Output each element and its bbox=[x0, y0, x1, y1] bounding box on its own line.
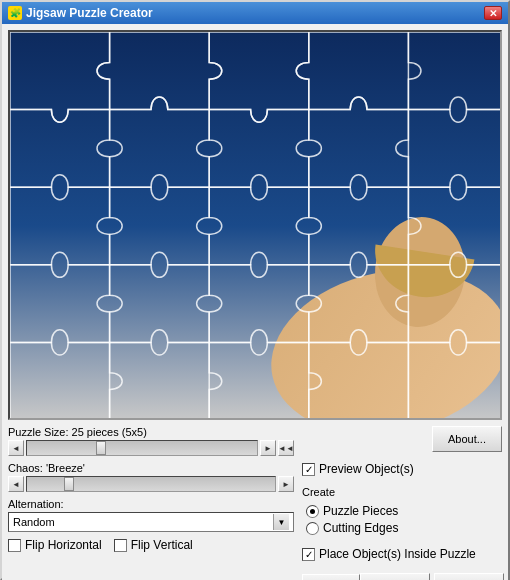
left-controls: Puzzle Size: 25 pieces (5x5) ◄ ► ◄◄ Cha bbox=[8, 426, 294, 552]
create-label: Create bbox=[302, 486, 502, 498]
chaos-next-btn[interactable]: ► bbox=[278, 476, 294, 492]
window-body: SOFTPEDIA www.softpedia.com SOFTPEDIA ww… bbox=[2, 24, 508, 580]
puzzle-size-prev-btn[interactable]: ◄ bbox=[8, 440, 24, 456]
place-inside-checkbox[interactable]: ✓ bbox=[302, 548, 315, 561]
flip-vertical-checkbox[interactable] bbox=[114, 539, 127, 552]
cutting-edges-label: Cutting Edges bbox=[323, 521, 398, 535]
flip-horizontal-checkbox[interactable] bbox=[8, 539, 21, 552]
main-controls-row: Puzzle Size: 25 pieces (5x5) ◄ ► ◄◄ Cha bbox=[8, 426, 502, 580]
preview-checkbox[interactable]: ✓ bbox=[302, 463, 315, 476]
alternation-arrow: ▼ bbox=[273, 514, 289, 530]
puzzle-pieces-label: Puzzle Pieces bbox=[323, 504, 398, 518]
close-button[interactable]: ✕ bbox=[484, 6, 502, 20]
puzzle-size-group: Puzzle Size: 25 pieces (5x5) ◄ ► ◄◄ bbox=[8, 426, 294, 456]
alternation-select[interactable]: Random ▼ bbox=[8, 512, 294, 532]
puzzle-size-thumb bbox=[96, 441, 106, 455]
chaos-label: Chaos: 'Breeze' bbox=[8, 462, 294, 474]
puzzle-size-end-btn[interactable]: ◄◄ bbox=[278, 440, 294, 456]
preview-label: Preview Object(s) bbox=[319, 462, 414, 476]
title-bar: 🧩 Jigsaw Puzzle Creator ✕ bbox=[2, 2, 508, 24]
alternation-group: Alternation: Random ▼ bbox=[8, 498, 294, 532]
flip-vertical-item[interactable]: Flip Vertical bbox=[114, 538, 193, 552]
right-controls: About... ✓ Preview Object(s) Create bbox=[302, 426, 502, 580]
chaos-track[interactable] bbox=[26, 476, 276, 492]
controls-area: Puzzle Size: 25 pieces (5x5) ◄ ► ◄◄ Cha bbox=[8, 426, 502, 580]
preview-item[interactable]: ✓ Preview Object(s) bbox=[302, 462, 502, 476]
chaos-thumb bbox=[64, 477, 74, 491]
puzzle-size-label: Puzzle Size: 25 pieces (5x5) bbox=[8, 426, 294, 438]
bottom-buttons-row: Randomize Create Cancel bbox=[302, 573, 502, 580]
create-button[interactable]: Create bbox=[360, 573, 430, 580]
chaos-prev-btn[interactable]: ◄ bbox=[8, 476, 24, 492]
place-inside-item[interactable]: ✓ Place Object(s) Inside Puzzle bbox=[302, 547, 502, 561]
create-radio-group: Puzzle Pieces Cutting Edges bbox=[306, 504, 502, 535]
puzzle-pieces-dot bbox=[310, 509, 315, 514]
title-bar-left: 🧩 Jigsaw Puzzle Creator bbox=[8, 6, 153, 20]
puzzle-pieces-radio-item[interactable]: Puzzle Pieces bbox=[306, 504, 502, 518]
puzzle-canvas bbox=[10, 32, 502, 420]
main-window: 🧩 Jigsaw Puzzle Creator ✕ SOFTPEDIA www.… bbox=[0, 0, 510, 580]
about-button[interactable]: About... bbox=[432, 426, 502, 452]
randomize-button[interactable]: Randomize bbox=[302, 574, 360, 580]
puzzle-size-next-btn[interactable]: ► bbox=[260, 440, 276, 456]
app-icon: 🧩 bbox=[8, 6, 22, 20]
puzzle-preview: SOFTPEDIA www.softpedia.com SOFTPEDIA ww… bbox=[8, 30, 502, 420]
flip-row: Flip Horizontal Flip Vertical bbox=[8, 538, 294, 552]
window-title: Jigsaw Puzzle Creator bbox=[26, 6, 153, 20]
cancel-button[interactable]: Cancel bbox=[434, 573, 504, 580]
puzzle-pieces-radio[interactable] bbox=[306, 505, 319, 518]
flip-vertical-label: Flip Vertical bbox=[131, 538, 193, 552]
alternation-label: Alternation: bbox=[8, 498, 294, 510]
puzzle-size-slider-row: ◄ ► ◄◄ bbox=[8, 440, 294, 456]
puzzle-size-track[interactable] bbox=[26, 440, 258, 456]
flip-horizontal-item[interactable]: Flip Horizontal bbox=[8, 538, 102, 552]
place-inside-label: Place Object(s) Inside Puzzle bbox=[319, 547, 476, 561]
cutting-edges-radio[interactable] bbox=[306, 522, 319, 535]
chaos-slider-row: ◄ ► bbox=[8, 476, 294, 492]
flip-horizontal-label: Flip Horizontal bbox=[25, 538, 102, 552]
alternation-value: Random bbox=[13, 516, 55, 528]
cutting-edges-radio-item[interactable]: Cutting Edges bbox=[306, 521, 502, 535]
chaos-group: Chaos: 'Breeze' ◄ ► bbox=[8, 462, 294, 492]
